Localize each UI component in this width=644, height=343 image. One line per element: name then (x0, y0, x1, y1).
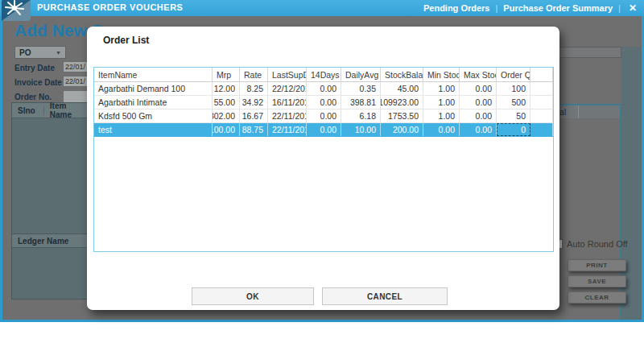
auto-round-off-option: ✓ Auto Round Off (553, 239, 628, 249)
grid-cell[interactable]: 6.18 (341, 110, 381, 122)
print-button[interactable]: PRINT (568, 259, 626, 271)
close-icon[interactable]: ✕ (626, 2, 639, 14)
link-separator: | (495, 3, 497, 13)
grid-cell[interactable]: 0.00 (460, 123, 497, 136)
grid-cell[interactable]: 0.00 (307, 123, 341, 136)
spark-logo-icon (2, 0, 31, 21)
chevron-down-icon: ▼ (56, 50, 61, 56)
right-top-panel (550, 47, 621, 58)
grid-cell[interactable]: 0.00 (460, 82, 497, 95)
grid-row[interactable]: test100.0088.7522/11/2010.0010.00200.000… (94, 123, 553, 137)
item-name-column-header: Item Name (44, 101, 90, 119)
invoice-date-field[interactable]: 22/01/ (63, 76, 89, 87)
column-header-stockbalance[interactable]: StockBalance (381, 68, 423, 81)
clear-button[interactable]: CLEAR (568, 291, 626, 304)
grid-cell[interactable] (530, 96, 553, 109)
ledger-panel: Ledger Name (11, 233, 91, 300)
grid-cell[interactable]: 500 (497, 96, 530, 109)
grid-cell[interactable]: 1.00 (423, 82, 460, 95)
grid-cell[interactable]: 88.75 (240, 123, 268, 136)
grid-cell[interactable]: 1.00 (423, 110, 460, 122)
grid-cell[interactable]: 0.00 (307, 96, 341, 109)
grid-cell[interactable]: 398.81 (341, 96, 381, 109)
column-header-max-stock[interactable]: Max Stock (460, 68, 497, 81)
column-header-spacer[interactable] (530, 68, 553, 81)
ok-button[interactable]: OK (192, 287, 314, 305)
column-header-min-stock[interactable]: Min Stock (423, 68, 460, 81)
grid-cell[interactable]: 22/12/201 (268, 82, 307, 95)
grid-cell[interactable]: Agarbathi Intimate (94, 96, 213, 109)
column-header-lastsupd[interactable]: LastSupD (268, 68, 307, 81)
column-header-itemname[interactable]: ItemName (94, 68, 213, 81)
items-table-header: Slno Item Name (12, 103, 90, 118)
entry-date-label: Entry Date (14, 64, 55, 72)
grid-cell[interactable]: 34.92 (240, 96, 268, 109)
grid-row[interactable]: Kdsfd 500 Gm302.0016.6722/11/2010.006.18… (94, 110, 553, 123)
column-header-rate[interactable]: Rate (240, 68, 268, 81)
grid-cell[interactable]: 0.00 (460, 110, 497, 122)
titlebar-links: Pending Orders | Purchase Order Summary … (423, 2, 639, 14)
grid-cell[interactable]: 12.00 (213, 82, 240, 95)
grid-cell[interactable]: test (94, 123, 213, 136)
invoice-date-label: Invoice Date (14, 78, 62, 87)
order-list-dialog: Order List ItemNameMrpRateLastSupD14Days… (87, 27, 559, 310)
grid-cell[interactable]: 50 (497, 110, 530, 122)
voucher-type-value: PO (19, 48, 31, 57)
items-table-right-border (620, 118, 621, 320)
app-title: PURCHASE ORDER VOUCHERS (37, 2, 183, 12)
order-grid: ItemNameMrpRateLastSupD14Days SaleDailyA… (93, 67, 554, 252)
voucher-type-dropdown[interactable]: PO ▼ (14, 46, 66, 59)
grid-cell[interactable]: 200.00 (381, 123, 423, 136)
grid-cell[interactable]: 0.00 (423, 123, 460, 136)
order-no-label: Order No. (14, 93, 52, 101)
screen: PURCHASE ORDER VOUCHERS Pending Orders |… (0, 0, 644, 343)
grid-cell[interactable]: 22/11/201 (268, 110, 307, 122)
grid-cell[interactable] (530, 110, 553, 122)
grid-cell[interactable]: 16.67 (240, 110, 268, 122)
grid-cell[interactable]: 0.00 (307, 82, 341, 95)
grid-cell[interactable]: 302.00 (213, 110, 240, 122)
grid-cell[interactable] (530, 123, 553, 136)
grid-cell[interactable]: Kdsfd 500 Gm (94, 110, 213, 122)
items-table: Slno Item Name (11, 102, 91, 235)
desktop-background (0, 322, 644, 343)
save-button[interactable]: SAVE (568, 275, 626, 287)
grid-cell[interactable]: Agarbathi Demand 100 (94, 82, 213, 95)
grid-cell[interactable]: 8.25 (240, 82, 268, 95)
pending-orders-link[interactable]: Pending Orders (423, 3, 490, 13)
entry-date-field[interactable]: 22/01/ (63, 61, 89, 72)
column-header-order-qty[interactable]: Order Qty (497, 68, 530, 81)
grid-row[interactable]: Agarbathi Demand 10012.008.2522/12/2010.… (94, 82, 553, 96)
grid-cell[interactable] (530, 82, 553, 95)
cancel-button[interactable]: CANCEL (322, 287, 448, 305)
column-header-14days-sale[interactable]: 14Days Sale (307, 68, 341, 81)
grid-cell[interactable]: 0 (497, 123, 530, 136)
link-separator: | (618, 3, 621, 13)
grid-row[interactable]: Agarbathi Intimate55.0034.9216/11/2010.0… (94, 96, 553, 110)
grid-cell[interactable]: 1753.50 (381, 110, 423, 122)
grid-cell[interactable]: 0.35 (341, 82, 381, 95)
auto-round-off-label: Auto Round Off (567, 239, 628, 249)
grid-cell[interactable]: 55.00 (213, 96, 240, 109)
purchase-order-summary-link[interactable]: Purchase Order Summary (503, 3, 613, 13)
title-bar: PURCHASE ORDER VOUCHERS Pending Orders |… (0, 0, 644, 16)
column-header-dailyavg[interactable]: DailyAvg (341, 68, 381, 81)
grid-cell[interactable]: 0.00 (307, 110, 341, 122)
grid-cell[interactable]: 16/11/201 (268, 96, 307, 109)
grid-cell[interactable]: 22/11/201 (268, 123, 307, 136)
slno-column-header: Slno (12, 106, 44, 115)
grid-header-row: ItemNameMrpRateLastSupD14Days SaleDailyA… (94, 68, 553, 82)
grid-cell[interactable]: 100.00 (213, 123, 240, 136)
dialog-title: Order List (103, 35, 149, 46)
ledger-name-header: Ledger Name (12, 234, 90, 248)
grid-cell[interactable]: 100 (497, 82, 530, 95)
grid-cell[interactable]: 45.00 (381, 82, 423, 95)
grid-cell[interactable]: -109923.00 (381, 96, 423, 109)
grid-cell[interactable]: 1.00 (423, 96, 460, 109)
column-header-mrp[interactable]: Mrp (213, 68, 240, 81)
grid-cell[interactable]: 0.00 (460, 96, 497, 109)
grid-cell[interactable]: 10.00 (341, 123, 381, 136)
